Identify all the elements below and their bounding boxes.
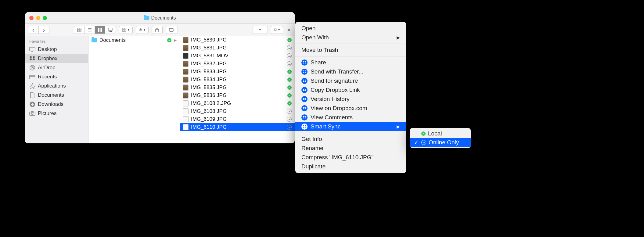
menu-item-open[interactable]: Open [295, 24, 406, 33]
menu-item-rename[interactable]: Rename [295, 144, 406, 153]
menu-item-share[interactable]: Share... [295, 58, 406, 67]
airdrop-icon [29, 65, 35, 71]
sidebar-item-apps[interactable]: Applications [25, 81, 88, 91]
sidebar-item-desktop[interactable]: Desktop [25, 45, 88, 54]
menu-item-compress-img-6110-jpg[interactable]: Compress "IMG_6110.JPG" [295, 153, 406, 162]
finder-body: Favorites DesktopDropboxAirDropRecentsAp… [25, 36, 295, 143]
menu-item-version-history[interactable]: Version History [295, 95, 406, 104]
sidebar-item-docs[interactable]: Documents [25, 91, 88, 100]
window-controls [29, 16, 47, 20]
file-row[interactable]: IMG_6110.JPG☁ [180, 123, 295, 131]
group-button[interactable]: ▾ [119, 26, 133, 34]
file-row[interactable]: IMG_5834.JPG✓ [180, 76, 295, 84]
sidebar-header: Favorites [25, 38, 88, 45]
action-button[interactable]: ✻▾ [136, 26, 149, 34]
nav-buttons: ‹ › [28, 26, 49, 34]
file-row[interactable]: IMG_5836.JPG✓ [180, 92, 295, 99]
svg-rect-28 [30, 112, 35, 115]
file-name: IMG_6108.JPG [191, 108, 227, 114]
gallery-view-button[interactable] [105, 26, 116, 34]
file-row[interactable]: IMG_5830.JPG✓ [180, 36, 295, 44]
icon-view-button[interactable] [74, 26, 85, 34]
menu-item-label: Send for signature [311, 77, 358, 84]
file-row[interactable]: IMG_6108 2.JPG✓ [180, 99, 295, 107]
dropbox-icon [301, 69, 308, 75]
file-row[interactable]: IMG_5831.MOV☁ [180, 52, 295, 60]
menu-item-label: Send with Transfer... [311, 68, 363, 75]
sidebar-item-pictures[interactable]: Pictures [25, 109, 88, 118]
menu-item-get-info[interactable]: Get Info [295, 135, 406, 144]
menu-item-view-on-dropbox-com[interactable]: View on Dropbox.com [295, 104, 406, 113]
menu-item-send-with-transfer[interactable]: Send with Transfer... [295, 67, 406, 76]
column-1: Documents ✓ ▶ [88, 36, 180, 143]
menu-item-copy-dropbox-link[interactable]: Copy Dropbox Link [295, 85, 406, 95]
svg-rect-25 [30, 75, 35, 79]
menu-item-smart-sync[interactable]: Smart Sync▶ [295, 122, 406, 131]
sidebar-item-downloads[interactable]: Downloads [25, 100, 88, 109]
forward-button[interactable]: › [39, 26, 49, 34]
dropbox-icon [29, 56, 35, 62]
file-name: IMG_5833.JPG [191, 69, 227, 75]
file-row[interactable]: IMG_6109.JPG☁ [180, 115, 295, 123]
submenu-item-online-only[interactable]: ✓☁Online Only [410, 138, 471, 147]
menu-item-view-comments[interactable]: View Comments [295, 113, 406, 122]
share-icon [155, 27, 159, 32]
sidebar-item-recents[interactable]: Recents [25, 72, 88, 81]
toolbar-overflow[interactable]: » [286, 27, 292, 33]
file-row[interactable]: IMG_5833.JPG✓ [180, 68, 295, 76]
sidebar-item-label: Desktop [38, 46, 57, 52]
sync-status-synced-icon: ✓ [287, 93, 292, 98]
zoom-button[interactable] [43, 16, 47, 20]
toolbar-dropdown[interactable]: ▾ [253, 26, 268, 34]
folder-row-documents[interactable]: Documents ✓ ▶ [88, 36, 180, 45]
svg-rect-0 [77, 28, 79, 30]
close-button[interactable] [29, 16, 34, 20]
sidebar-item-label: Recents [38, 74, 57, 80]
dropbox-toolbar-button[interactable]: ⧉▾ [271, 26, 283, 34]
dropbox-icon [301, 87, 308, 93]
sync-status-synced-icon: ✓ [287, 38, 292, 42]
file-row[interactable]: IMG_6108.JPG☁ [180, 107, 295, 115]
menu-item-send-for-signature[interactable]: Send for signature [295, 76, 406, 85]
minimize-button[interactable] [36, 16, 40, 20]
svg-rect-7 [98, 28, 99, 32]
file-row[interactable]: IMG_5831.JPG☁ [180, 44, 295, 52]
file-icon [183, 124, 189, 130]
local-icon: ✓ [421, 131, 426, 136]
sidebar-item-dropbox[interactable]: Dropbox [25, 54, 88, 63]
svg-rect-8 [99, 28, 100, 32]
file-row[interactable]: IMG_5832.JPG☁ [180, 60, 295, 68]
menu-separator [295, 133, 406, 133]
column-view-button[interactable] [95, 26, 105, 34]
sidebar-item-airdrop[interactable]: AirDrop [25, 63, 88, 72]
svg-rect-1 [80, 28, 81, 30]
menu-item-duplicate[interactable]: Duplicate [295, 162, 406, 171]
menu-item-move-to-trash[interactable]: Move to Trash [295, 45, 406, 55]
sync-status-cloud-icon: ☁ [287, 109, 292, 114]
submenu-item-label: Online Only [429, 139, 459, 146]
tags-button[interactable] [166, 26, 178, 34]
svg-rect-12 [110, 31, 111, 32]
list-view-button[interactable] [85, 26, 95, 34]
sync-status-cloud-icon: ☁ [287, 53, 292, 58]
svg-rect-11 [109, 31, 110, 32]
share-button[interactable] [152, 26, 163, 34]
file-row[interactable]: IMG_5835.JPG✓ [180, 84, 295, 92]
sync-status-cloud-icon: ☁ [287, 125, 292, 130]
sidebar: Favorites DesktopDropboxAirDropRecentsAp… [25, 36, 88, 143]
svg-rect-3 [80, 30, 81, 32]
context-menu: OpenOpen With▶Move to TrashShare...Send … [295, 22, 406, 173]
tag-icon [169, 28, 174, 32]
menu-item-label: Duplicate [301, 163, 326, 170]
menu-separator [295, 56, 406, 56]
folder-icon [144, 16, 149, 20]
menu-item-open-with[interactable]: Open With▶ [295, 33, 406, 42]
submenu-item-local[interactable]: ✓Local [410, 129, 471, 138]
svg-rect-17 [124, 30, 126, 31]
dropbox-icon [301, 124, 308, 130]
sidebar-item-label: Downloads [38, 101, 63, 107]
window-title: Documents [144, 15, 176, 21]
chevron-right-icon: ▶ [174, 38, 177, 42]
back-button[interactable]: ‹ [28, 26, 39, 34]
file-icon [183, 77, 189, 83]
